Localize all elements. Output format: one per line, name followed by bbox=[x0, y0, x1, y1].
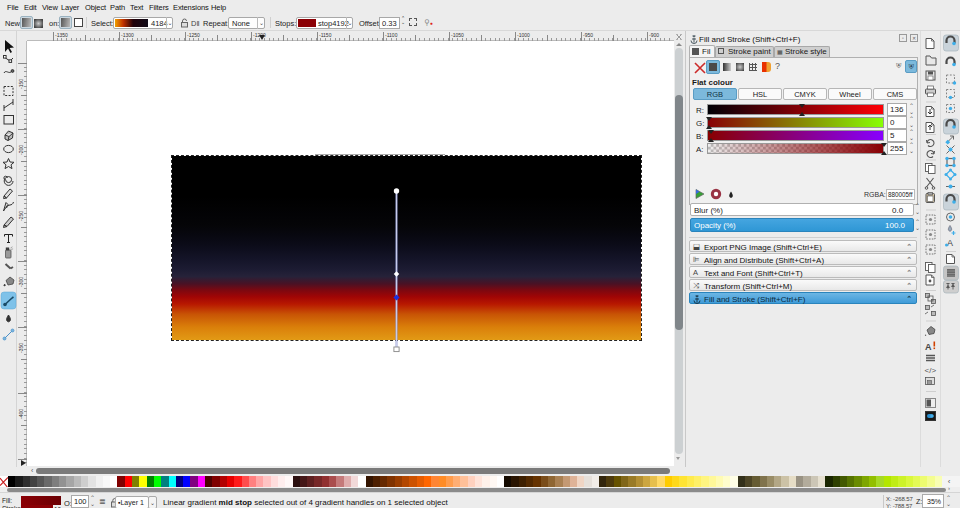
svg-text:A: A bbox=[947, 238, 953, 248]
svg-text:A: A bbox=[925, 342, 932, 352]
svg-text:</>: </> bbox=[925, 366, 937, 375]
